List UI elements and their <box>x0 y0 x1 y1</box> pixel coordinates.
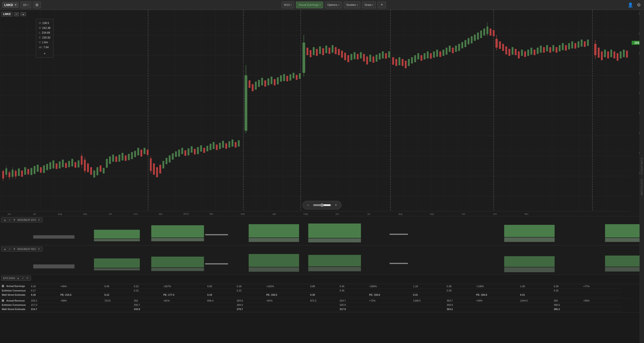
svg-rect-172 <box>468 38 469 44</box>
svg-rect-125 <box>319 46 321 54</box>
x-label-feb: feb <box>210 212 213 215</box>
svg-rect-239 <box>605 238 642 242</box>
est-blank2 <box>162 288 206 292</box>
zoom-slider[interactable] <box>313 203 331 207</box>
est-val3b <box>308 288 338 292</box>
earnings-data-table: Actual Earnings 0.16 +45% 0.49 0.22 +267… <box>0 282 644 312</box>
settings-button[interactable]: ⚙ <box>636 1 642 8</box>
chart-up-button[interactable]: ▲ <box>20 12 26 16</box>
date-range-button[interactable]: 9/13 ▾ <box>282 2 294 8</box>
eps-chart <box>0 223 644 245</box>
svg-rect-163 <box>439 51 441 57</box>
ae-pct3: +192% <box>264 284 308 288</box>
est-blank4 <box>367 288 411 292</box>
rev-panel: ▲ ⤢ ▼ MISS/BEAT REV ✕ <box>0 246 644 274</box>
profile-button[interactable]: 👤 <box>627 1 634 8</box>
svg-rect-233 <box>308 224 361 238</box>
svg-rect-98 <box>235 142 236 148</box>
wallst-label: Wall Street Estimate <box>0 292 29 297</box>
add-indicator-button[interactable]: + <box>378 2 386 8</box>
wr-val4: 317.9 <box>338 307 367 312</box>
svg-rect-149 <box>395 59 397 66</box>
svg-rect-118 <box>299 73 301 79</box>
svg-rect-45 <box>78 160 80 167</box>
watchlists-link[interactable]: WATCHLISTS <box>641 179 643 195</box>
eps-data-up-button[interactable]: ▲ <box>16 277 20 280</box>
est-val6b <box>612 288 622 292</box>
svg-rect-167 <box>452 48 454 53</box>
x-label-jun: jun <box>8 212 11 215</box>
svg-rect-106 <box>261 78 263 86</box>
ar-val5b: 1244.0 <box>518 298 552 303</box>
eps-panel-down-button[interactable]: ▼ <box>12 218 16 222</box>
ws-val3 <box>235 292 264 297</box>
svg-rect-138 <box>360 52 362 58</box>
studies-button[interactable]: Studies ▾ <box>344 2 360 8</box>
rev-panel-expand-button[interactable]: ⤢ <box>8 248 11 251</box>
zoom-out-button[interactable]: − <box>305 202 311 208</box>
svg-rect-33 <box>40 167 42 173</box>
est-val2b <box>206 288 235 292</box>
ae-pct4: +200% <box>367 284 411 288</box>
ws-pe1: PE: 215.6 <box>58 292 102 297</box>
x-label-may: may <box>304 212 308 215</box>
visual-earnings-button[interactable]: Visual Earnings ▾ <box>296 2 323 8</box>
svg-rect-30 <box>30 168 32 175</box>
rev-panel-down-button[interactable]: ▼ <box>12 248 16 251</box>
price-chart[interactable]: LNKD ⤢ ▲ O: 238.5 H: 242.38 L: 234.68 C:… <box>0 10 644 216</box>
svg-rect-81 <box>182 148 183 154</box>
eps-panel-expand-button[interactable]: ⤢ <box>8 218 11 222</box>
timeframe-button[interactable]: 1D ▾ <box>20 2 31 8</box>
svg-rect-183 <box>524 51 526 57</box>
chevron-down-icon: ▾ <box>372 4 373 6</box>
svg-rect-127 <box>325 46 327 53</box>
svg-rect-73 <box>156 167 158 177</box>
draw-button[interactable]: Draw ▾ <box>362 2 376 8</box>
svg-rect-146 <box>385 53 387 59</box>
svg-rect-171 <box>464 40 466 47</box>
ticker-close-icon[interactable]: ✕ <box>14 3 16 6</box>
svg-rect-245 <box>205 264 228 264</box>
stocktwits-link[interactable]: STOCKTWITS <box>641 158 643 174</box>
ws-pe3: PE: 160.0 <box>264 292 308 297</box>
er-val1b <box>102 303 132 307</box>
eps-data-expand-button[interactable]: ⤢ <box>21 277 24 280</box>
svg-rect-161 <box>433 51 435 58</box>
chart-type-button[interactable]: ⊞ <box>33 2 41 8</box>
wr-val3b <box>308 307 338 312</box>
ticker-badge[interactable]: LNKD ✕ <box>2 2 18 8</box>
er-blank2 <box>162 303 206 307</box>
er-val6: 388.6 <box>552 303 581 307</box>
options-button[interactable]: Options ▾ <box>325 2 342 8</box>
ae-pct5: +138% <box>474 284 518 288</box>
svg-rect-250 <box>390 263 408 264</box>
expand-chart-button[interactable]: ⤢ <box>14 12 19 16</box>
er-val2: 250.7 <box>132 303 162 307</box>
rev-panel-up-button[interactable]: ▲ <box>3 248 7 251</box>
svg-rect-72 <box>153 164 155 175</box>
zoom-in-button[interactable]: + <box>333 202 339 208</box>
svg-rect-136 <box>354 52 356 59</box>
svg-rect-115 <box>290 74 291 80</box>
svg-rect-95 <box>225 143 227 149</box>
svg-rect-65 <box>134 151 136 157</box>
svg-rect-220 <box>484 28 485 36</box>
svg-rect-43 <box>71 159 73 166</box>
svg-rect-151 <box>402 59 404 66</box>
rev-panel-close-button[interactable]: ✕ <box>38 248 40 251</box>
svg-rect-200 <box>578 41 580 48</box>
svg-rect-230 <box>205 234 228 236</box>
svg-rect-50 <box>87 164 89 172</box>
ws-val6b <box>612 292 622 297</box>
svg-rect-199 <box>574 43 576 49</box>
est-blank3 <box>264 288 308 292</box>
svg-rect-193 <box>556 47 558 53</box>
eps-panel-up-button[interactable]: ▲ <box>3 218 7 222</box>
eps-panel-close-button[interactable]: ✕ <box>38 218 40 222</box>
x-label-sep2: sep <box>430 212 434 215</box>
wr-blank3 <box>264 307 308 312</box>
eps-data-close-button[interactable]: ✕ <box>26 277 29 280</box>
svg-rect-137 <box>357 54 358 60</box>
svg-rect-150 <box>398 57 400 65</box>
ae-val1b: 0.49 <box>102 284 132 288</box>
